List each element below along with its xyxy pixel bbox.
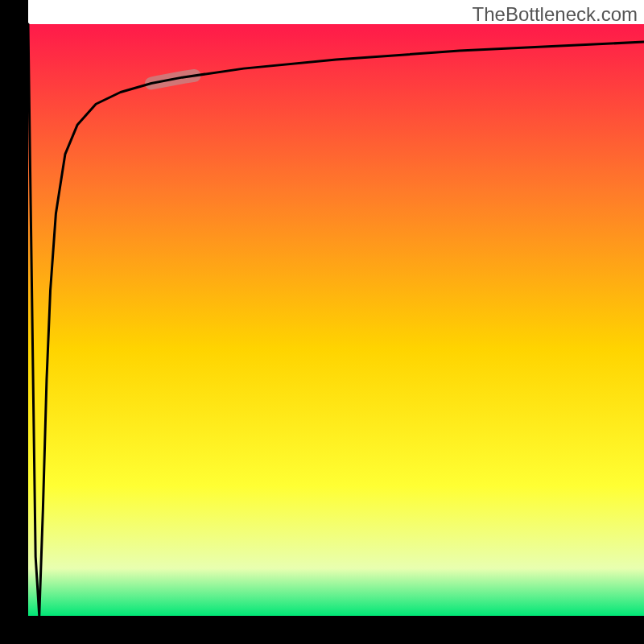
x-axis bbox=[0, 616, 644, 644]
chart-svg bbox=[0, 0, 644, 644]
y-axis bbox=[0, 0, 28, 644]
chart-container: TheBottleneck.com bbox=[0, 0, 644, 644]
plot-background bbox=[28, 24, 644, 616]
watermark-text: TheBottleneck.com bbox=[473, 3, 638, 26]
